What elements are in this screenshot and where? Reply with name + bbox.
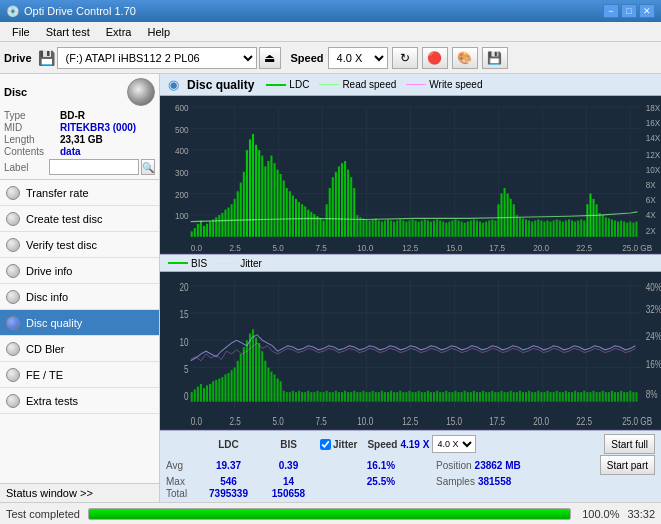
max-label: Max	[166, 476, 196, 487]
speed-stat-header: Speed	[367, 439, 397, 450]
svg-rect-253	[335, 391, 337, 402]
status-window-button[interactable]: Status window >>	[0, 483, 159, 502]
jitter-checkbox[interactable]	[320, 439, 331, 450]
svg-rect-86	[399, 219, 401, 236]
label-input[interactable]	[49, 159, 139, 175]
drive-label: Drive	[4, 52, 32, 64]
bis-color	[168, 262, 188, 264]
menu-extra[interactable]: Extra	[98, 25, 140, 39]
speed-stat-select[interactable]: 4.0 X	[432, 435, 476, 453]
nav-label-disc-quality: Disc quality	[26, 317, 82, 329]
svg-rect-23	[206, 224, 208, 237]
disc-quality-icon: ◉	[168, 77, 179, 92]
svg-text:5.0: 5.0	[272, 243, 284, 253]
svg-rect-221	[237, 361, 239, 402]
minimize-button[interactable]: −	[603, 4, 619, 18]
svg-rect-206	[191, 392, 193, 402]
total-label: Total	[166, 488, 196, 499]
svg-rect-90	[412, 219, 414, 236]
status-bar: Test completed 100.0% 33:32	[0, 502, 661, 524]
burn-button[interactable]: 🔴	[422, 47, 448, 69]
svg-rect-46	[277, 170, 279, 237]
jitter-label: Jitter	[240, 258, 262, 269]
svg-rect-319	[537, 391, 539, 402]
sidebar-item-disc-quality[interactable]: Disc quality	[0, 310, 159, 336]
start-full-button[interactable]: Start full	[604, 434, 655, 454]
ldc-col-header: LDC	[196, 439, 261, 450]
svg-rect-350	[632, 392, 634, 402]
jitter-col-header: Jitter	[333, 439, 357, 450]
svg-text:12.5: 12.5	[402, 415, 418, 427]
svg-rect-130	[534, 221, 536, 237]
settings-button[interactable]: 🎨	[452, 47, 478, 69]
sidebar-item-drive-info[interactable]: Drive info	[0, 258, 159, 284]
sidebar-item-transfer-rate[interactable]: Transfer rate	[0, 180, 159, 206]
svg-rect-92	[418, 222, 420, 237]
svg-rect-147	[586, 204, 588, 236]
svg-rect-270	[387, 392, 389, 402]
svg-rect-261	[359, 392, 361, 402]
write-color	[406, 84, 426, 85]
svg-rect-290	[448, 392, 450, 402]
svg-rect-91	[415, 221, 417, 237]
svg-rect-105	[458, 221, 460, 237]
menu-start-test[interactable]: Start test	[38, 25, 98, 39]
avg-label: Avg	[166, 460, 196, 471]
refresh-button[interactable]: ↻	[392, 47, 418, 69]
svg-rect-273	[396, 392, 398, 402]
svg-rect-231	[267, 368, 269, 402]
svg-rect-240	[295, 392, 297, 402]
svg-rect-213	[212, 381, 214, 401]
disc-length-row: Length 23,31 GB	[4, 134, 155, 145]
maximize-button[interactable]: □	[621, 4, 637, 18]
svg-text:2X: 2X	[646, 225, 656, 235]
close-button[interactable]: ✕	[639, 4, 655, 18]
svg-rect-35	[243, 172, 245, 237]
progress-percent: 100.0%	[579, 508, 619, 520]
svg-rect-75	[366, 219, 368, 236]
start-part-button[interactable]: Start part	[600, 455, 655, 475]
svg-rect-159	[623, 222, 625, 237]
legend-read: Read speed	[319, 79, 396, 90]
save-button[interactable]: 💾	[482, 47, 508, 69]
sidebar-item-fe-te[interactable]: FE / TE	[0, 362, 159, 388]
sidebar-item-create-test-disc[interactable]: Create test disc	[0, 206, 159, 232]
svg-rect-342	[608, 392, 610, 402]
eject-button[interactable]: ⏏	[259, 47, 281, 69]
svg-rect-296	[467, 392, 469, 402]
nav-label-transfer-rate: Transfer rate	[26, 187, 89, 199]
write-label: Write speed	[429, 79, 482, 90]
speed-select[interactable]: 4.0 X	[328, 47, 388, 69]
svg-rect-120	[504, 188, 506, 237]
svg-text:40%: 40%	[646, 281, 661, 293]
svg-rect-291	[451, 392, 453, 402]
svg-rect-44	[270, 156, 272, 237]
svg-rect-155	[611, 219, 613, 236]
svg-rect-243	[304, 392, 306, 402]
svg-rect-22	[203, 226, 205, 237]
svg-text:20: 20	[180, 281, 189, 293]
position-label: Position	[436, 460, 472, 471]
menu-help[interactable]: Help	[139, 25, 178, 39]
nav-icon-disc-info	[6, 290, 20, 304]
label-search-button[interactable]: 🔍	[141, 159, 155, 175]
svg-rect-61	[323, 221, 325, 237]
sidebar-item-cd-bler[interactable]: CD Bler	[0, 336, 159, 362]
sidebar-item-disc-info[interactable]: Disc info	[0, 284, 159, 310]
speed-stat-value: 4.19 X	[400, 439, 429, 450]
svg-rect-142	[571, 221, 573, 237]
svg-rect-320	[540, 392, 542, 402]
menu-file[interactable]: File	[4, 25, 38, 39]
chart-legend: LDC Read speed Write speed	[266, 79, 482, 90]
svg-text:18X: 18X	[646, 103, 661, 113]
sidebar-item-verify-test-disc[interactable]: Verify test disc	[0, 232, 159, 258]
svg-rect-322	[546, 391, 548, 402]
svg-rect-209	[200, 384, 202, 402]
sidebar-item-extra-tests[interactable]: Extra tests	[0, 388, 159, 414]
svg-rect-238	[289, 392, 291, 402]
drive-select[interactable]: (F:) ATAPI iHBS112 2 PL06	[57, 47, 257, 69]
svg-text:24%: 24%	[646, 330, 661, 342]
svg-rect-162	[632, 223, 634, 237]
svg-rect-234	[277, 378, 279, 401]
svg-rect-226	[252, 329, 254, 401]
